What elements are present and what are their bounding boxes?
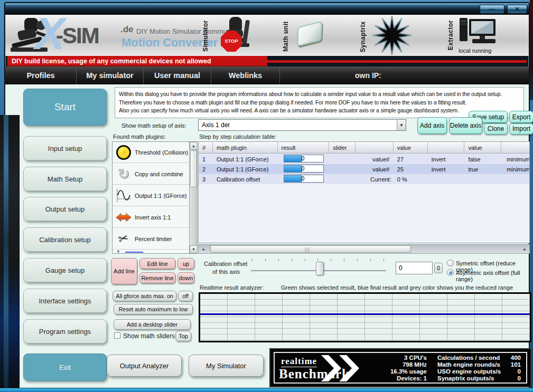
scroll-right-icon[interactable]: ► xyxy=(521,245,529,253)
edit-line-button[interactable]: Edit line xyxy=(139,258,175,269)
move-up-button[interactable]: up xyxy=(177,258,194,269)
hscroll-thumb[interactable]: ||| xyxy=(210,245,411,253)
extractor-computer-icon[interactable] xyxy=(459,16,499,46)
export-button[interactable]: Export xyxy=(509,111,533,123)
license-divider xyxy=(267,60,527,63)
sine-wave-icon xyxy=(115,188,132,203)
gforce-auto-max-button[interactable]: All gforce auto max. on xyxy=(113,291,176,301)
scroll-left-icon[interactable]: ◄ xyxy=(199,245,207,253)
table-horizontal-scrollbar[interactable]: ◄ ||| ► xyxy=(198,244,530,254)
asymetric-offset-label: Asymetric axis offset (full range) xyxy=(456,270,529,282)
extractor-status: local running xyxy=(459,47,491,54)
delete-axis-button[interactable]: Delete axis xyxy=(449,117,482,134)
plugin-item-copy-combine[interactable]: ↻ Copy and combine xyxy=(113,164,190,185)
plugin-name: Copy and combine xyxy=(135,171,183,177)
plugin-item-invert-axis[interactable]: Invert axis 1:1 xyxy=(113,207,190,228)
result-bar: 0 xyxy=(284,155,324,162)
show-math-sliders-checkbox[interactable] xyxy=(114,332,120,339)
table-row[interactable]: 3 Calibration offset 0 Current: 0 % xyxy=(199,174,529,184)
table-row[interactable]: 1 Output 1:1 (GForce) 0 value# 27 invert… xyxy=(199,154,529,164)
clone-button[interactable]: Clone xyxy=(484,123,508,135)
menu-weblinks[interactable]: Weblinks xyxy=(211,66,280,84)
plugin-name: Invert axis 1:1 xyxy=(135,214,171,221)
sidebar-item-interface-settings[interactable]: Interface settings xyxy=(23,289,107,313)
logo-sim: -SIM xyxy=(56,23,99,49)
xsim-window: — ✕ X -SIM .de DIY Motion Simulator Comm… xyxy=(4,2,530,389)
calibration-label-1: Calibration offset xyxy=(204,261,247,267)
col-blank-1 xyxy=(356,142,394,154)
plugin-item-threshold[interactable]: ⚡ Threshold (Collision) xyxy=(113,142,190,163)
top-button[interactable]: Top xyxy=(175,331,191,341)
add-desktop-slider-button[interactable]: Add a desktop slider xyxy=(114,319,191,330)
move-down-button[interactable]: down xyxy=(177,272,194,283)
sidebar-item-start[interactable]: Start xyxy=(23,89,107,126)
device-count: Devices: 1 xyxy=(397,375,427,381)
desktop: — ✕ X -SIM .de DIY Motion Simulator Comm… xyxy=(0,0,533,392)
reset-auto-maximum-button[interactable]: Reset auto maximum to low xyxy=(114,304,193,314)
import-button[interactable]: Import xyxy=(509,123,533,135)
calibration-zero-button[interactable]: 0 xyxy=(434,263,443,273)
my-simulator-button[interactable]: My Simulator xyxy=(189,355,264,377)
benchmark-panel: realtime Benchmark 3 CPU's 798 MHz 16.3%… xyxy=(269,348,531,387)
plugins-label: Found math plugins: xyxy=(113,133,166,140)
stop-sign-icon: STOP xyxy=(221,31,242,52)
minimize-button[interactable]: — xyxy=(480,5,504,14)
col-slider: slider xyxy=(329,142,356,154)
description-line-2: Therefore you have to choose a math plug… xyxy=(119,99,520,107)
module-label-math-unit: Math unit xyxy=(282,21,289,52)
calc-table-header: # math plugin result slider value value xyxy=(199,142,529,154)
cpu-chip-icon[interactable] xyxy=(297,21,322,46)
calibration-slider-thumb[interactable] xyxy=(316,262,324,275)
plugin-list: ⚡ Threshold (Collision) ↻ Copy and combi… xyxy=(112,141,198,254)
calibration-value-input[interactable] xyxy=(396,262,433,274)
sidebar-item-gauge-setup[interactable]: Gauge setup xyxy=(23,258,107,282)
plugin-name: Percent limiter xyxy=(135,236,172,242)
symetric-offset-radio[interactable] xyxy=(447,260,454,266)
axis-select[interactable]: Axis 1 der ▼ xyxy=(198,119,406,131)
scroll-down-icon[interactable]: ▼ xyxy=(190,245,198,253)
cpu-usage: 16.3% usage xyxy=(390,368,427,375)
col-num: # xyxy=(199,142,213,154)
table-row[interactable]: 2 Output 1:1 (GForce) 0 value# 25 invert… xyxy=(199,164,529,174)
sidebar-item-program-settings[interactable]: Program settings xyxy=(23,319,107,343)
final-result-line xyxy=(200,313,530,315)
calc-table: # math plugin result slider value value … xyxy=(198,141,530,243)
plugin-scroll-thumb[interactable] xyxy=(190,150,197,187)
output-analyzer-button[interactable]: Output Analyzer xyxy=(107,355,182,377)
benchmark-system-stats: 3 CPU's 798 MHz 16.3% usage Devices: 1 xyxy=(371,355,430,381)
chevron-down-icon[interactable]: ▼ xyxy=(397,120,406,130)
sidebar-item-input-setup[interactable]: Input setup xyxy=(23,136,107,160)
gforce-off-button[interactable]: off xyxy=(178,291,193,301)
menu-my-simulator[interactable]: My simulator xyxy=(77,66,144,84)
col-blank-2 xyxy=(428,142,465,154)
scroll-up-icon[interactable]: ▲ xyxy=(190,142,198,150)
close-button[interactable]: ✕ xyxy=(507,5,527,14)
sidebar-item-output-setup[interactable]: Output setup xyxy=(23,197,107,221)
calc-table-label: Step by step calculation table: xyxy=(199,133,276,140)
desktop-edge xyxy=(530,0,533,100)
col-value-1: value xyxy=(394,142,428,154)
title-bar[interactable]: — ✕ xyxy=(5,3,529,15)
remove-line-button[interactable]: Remove line xyxy=(139,272,175,283)
sidebar-item-math-setup[interactable]: Math Setup xyxy=(23,167,107,191)
result-bar: 0 xyxy=(284,175,324,183)
plugin-item-partial[interactable]: † xyxy=(113,250,190,254)
col-result: result xyxy=(278,142,330,154)
axis-selector-label: Show math setup of axis: xyxy=(121,122,186,129)
slider-plugin-icon xyxy=(125,252,143,253)
asymetric-offset-radio[interactable] xyxy=(447,269,454,276)
sidebar-item-exit[interactable]: Exit xyxy=(23,353,107,381)
scissors-icon: ✂ xyxy=(117,231,130,247)
math-setup-page: Start Input setup Math Setup Output setu… xyxy=(5,84,529,388)
add-line-button[interactable]: Add line xyxy=(111,258,137,284)
plugin-list-scrollbar[interactable]: ▲ ▼ xyxy=(189,142,197,253)
menu-profiles[interactable]: Profiles xyxy=(5,66,77,84)
starburst-icon[interactable] xyxy=(371,15,413,56)
menu-user-manual[interactable]: User manual xyxy=(144,66,211,84)
col-value-2: value xyxy=(464,142,501,154)
plugin-item-percent-limiter[interactable]: ✂ Percent limiter xyxy=(113,228,190,250)
sidebar-item-calibration-setup[interactable]: Calibration setup xyxy=(23,227,107,252)
plugin-item-output-gforce[interactable]: Output 1:1 (GForce) xyxy=(113,185,190,206)
add-axis-button[interactable]: Add axis xyxy=(417,117,447,134)
description-panel: Within this dialog you have to provide t… xyxy=(115,87,524,118)
